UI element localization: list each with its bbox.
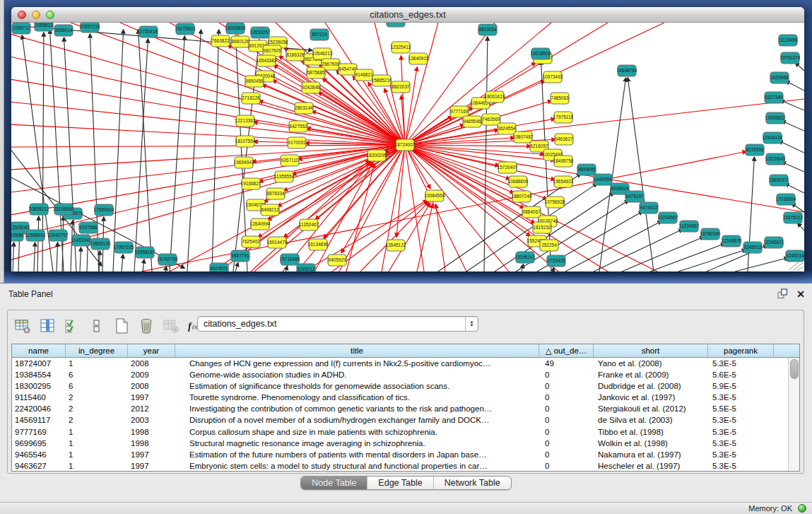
graph-node[interactable]: 9884067 [522,206,541,218]
graph-node[interactable]: 9899695 [577,164,596,175]
graph-node[interactable]: 12942757 [48,230,69,241]
graph-node[interactable]: 13545122 [386,240,406,251]
graph-node[interactable]: 8498212 [261,204,279,216]
select-column-icon[interactable] [38,317,57,335]
graph-node[interactable]: 5872241 [387,23,405,27]
graph-node[interactable]: 16958187 [135,247,155,258]
tab-node-table[interactable]: Node Table [301,477,367,489]
graph-node[interactable]: 9170051 [288,137,306,148]
graph-node[interactable]: 2730418 [139,26,158,37]
graph-node[interactable]: 19654943 [234,157,254,168]
graph-node[interactable]: 15196141 [515,252,536,263]
graph-node[interactable]: 2718126 [242,93,260,104]
graph-node[interactable]: 19384554 [425,190,445,201]
graph-node[interactable]: 11352467 [299,219,319,230]
graph-node[interactable]: 12640994 [250,218,271,230]
graph-node[interactable]: 1733426 [547,255,565,267]
graph-node[interactable]: 16648784 [617,65,637,76]
graph-node[interactable]: 9463627 [555,134,573,145]
graph-node[interactable]: 3056014 [54,25,73,36]
graph-node[interactable]: 2803144 [295,103,313,114]
graph-node[interactable]: 16782759 [158,254,178,265]
table-vertical-scrollbar[interactable] [788,358,799,471]
column-header-pagerank[interactable]: pagerank [708,344,774,357]
graph-node[interactable]: 10688609 [508,176,529,187]
delete-table-icon[interactable] [162,317,180,335]
graph-node[interactable]: 12345670 [722,235,742,247]
graph-node[interactable]: 16782340 [700,228,721,240]
graph-node[interactable]: 11568693 [25,230,46,241]
graph-node[interactable]: 8427552 [289,121,307,132]
graph-node[interactable]: 15885210 [372,75,392,86]
graph-node[interactable]: 9857791 [231,250,249,262]
graph-node[interactable]: 18107554 [235,136,256,147]
graph-node[interactable]: 11675312 [783,212,804,223]
graph-node[interactable]: 7625402 [242,236,260,247]
graph-node[interactable]: 9329966 [770,72,789,83]
graph-node[interactable]: 8186328 [286,49,305,61]
graph-node[interactable]: 19218506 [531,48,551,59]
graph-node[interactable]: 857224 [310,29,329,40]
graph-node[interactable]: 12444134 [763,132,783,144]
graph-node[interactable]: 9474412 [640,202,658,214]
graph-node[interactable]: 12325413 [391,42,411,53]
tab-edge-table[interactable]: Edge Table [367,477,433,489]
graph-node[interactable]: 3624554 [498,123,516,134]
graph-node[interactable]: 19751074 [780,52,801,64]
unselect-all-icon[interactable] [88,317,106,335]
graph-node[interactable]: 10973493 [543,71,563,83]
graph-node[interactable]: 1055712 [12,23,30,34]
graph-node[interactable]: 18724007 [395,139,416,151]
graph-node[interactable]: 8454749 [339,64,357,75]
graph-node[interactable]: 252254 [540,240,558,251]
close-panel-icon[interactable]: ✕ [796,289,805,299]
scrollbar-thumb[interactable] [790,359,799,379]
new-table-icon[interactable] [112,317,131,335]
graph-node[interactable]: 8660128 [231,36,249,47]
graph-node[interactable]: 9890456 [245,76,264,87]
column-header-year[interactable]: year [128,344,175,357]
table-row[interactable]: 1872400712008Changes of HCN gene express… [12,358,799,369]
column-header-title[interactable]: title [175,344,539,357]
select-all-icon[interactable] [63,317,81,335]
graph-node[interactable]: 15272603 [175,23,196,35]
column-header-short[interactable]: short [594,344,708,357]
graph-node[interactable]: 9227349 [765,92,783,103]
graph-node[interactable]: 18061619 [485,91,505,103]
delete-entry-icon[interactable] [137,317,155,335]
graph-node[interactable]: 1815152 [533,222,551,233]
graph-node[interactable]: 8813054 [478,24,497,35]
graph-node[interactable]: 17957225 [114,242,134,253]
graph-node[interactable]: 7663822 [211,35,230,47]
table-select-dropdown[interactable]: citations_edges.txt ▲▼ [197,316,478,332]
graph-node[interactable]: 12345671 [764,237,784,248]
column-header-out_de[interactable]: △ out_de… [539,344,594,357]
graph-node[interactable]: 10807487 [513,132,534,143]
tab-network-table[interactable]: Network Table [434,477,511,489]
graph-node[interactable]: 9465546 [463,116,481,127]
graph-node[interactable]: 3915986 [11,230,23,241]
graph-node[interactable]: 12213363 [235,115,256,127]
graph-node[interactable]: 7485063 [551,93,569,104]
graph-node[interactable]: 20557215 [80,23,100,33]
graph-node[interactable]: 18495756 [553,156,574,167]
table-row[interactable]: 1456911722003Disruption of a novel membe… [12,414,799,426]
table-row[interactable]: 969969511998Structural magnetic resonanc… [12,438,799,449]
graph-node[interactable]: 11355554 [274,171,295,182]
graph-node[interactable]: 8878334 [266,188,285,199]
graph-node[interactable]: 11234567 [679,221,700,232]
graph-node[interactable]: 11451943 [71,235,92,246]
graph-node[interactable]: 19756928 [545,197,565,208]
table-settings-icon[interactable] [13,317,32,335]
graph-node[interactable]: 9405929 [328,255,346,266]
graph-node[interactable]: 18300295 [367,150,387,161]
graph-node[interactable]: 19166827 [241,178,261,189]
graph-node[interactable]: 9245012 [297,264,315,271]
graph-node[interactable]: 16134890 [308,239,329,250]
float-panel-icon[interactable] [777,288,788,299]
graph-node[interactable]: 9245013 [743,242,762,253]
graph-node[interactable]: 7462669 [482,114,500,125]
graph-node[interactable]: 13640911 [408,53,429,64]
graph-node[interactable]: 19654923 [553,176,574,187]
graph-node[interactable]: 9197588 [79,222,98,233]
